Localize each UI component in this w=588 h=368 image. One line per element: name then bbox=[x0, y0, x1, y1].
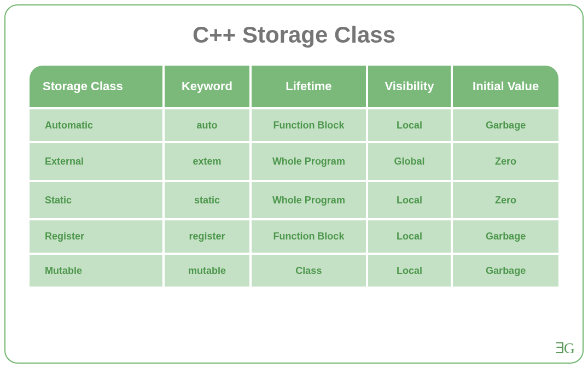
cell-keyword: static bbox=[165, 182, 249, 219]
cell-lifetime: Whole Program bbox=[252, 143, 366, 180]
cell-initial-value: Zero bbox=[453, 182, 558, 219]
table-row: External extem Whole Program Global Zero bbox=[30, 143, 558, 180]
cell-initial-value: Garbage bbox=[453, 255, 558, 287]
cell-keyword: auto bbox=[165, 109, 249, 142]
table-header-row: Storage Class Keyword Lifetime Visibilit… bbox=[30, 66, 558, 107]
cell-storage-class: Automatic bbox=[30, 109, 162, 142]
cell-lifetime: Function Block bbox=[252, 220, 366, 253]
cell-visibility: Local bbox=[368, 220, 451, 253]
table-row: Register register Function Block Local G… bbox=[30, 220, 558, 253]
storage-class-table: Storage Class Keyword Lifetime Visibilit… bbox=[27, 63, 561, 289]
cell-visibility: Local bbox=[368, 109, 451, 142]
cell-lifetime: Class bbox=[252, 255, 366, 287]
header-visibility: Visibility bbox=[368, 66, 451, 107]
table-row: Static static Whole Program Local Zero bbox=[30, 182, 558, 219]
table-row: Automatic auto Function Block Local Garb… bbox=[30, 109, 558, 142]
header-initial-value: Initial Value bbox=[453, 66, 558, 107]
cell-lifetime: Function Block bbox=[252, 109, 366, 142]
cell-lifetime: Whole Program bbox=[252, 182, 366, 219]
header-lifetime: Lifetime bbox=[252, 66, 366, 107]
header-storage-class: Storage Class bbox=[30, 66, 162, 107]
page-title: C++ Storage Class bbox=[27, 22, 561, 48]
cell-initial-value: Garbage bbox=[453, 109, 558, 142]
cell-storage-class: Register bbox=[30, 220, 162, 253]
cell-visibility: Local bbox=[368, 182, 451, 219]
logo-icon: ƎG bbox=[555, 339, 574, 357]
cell-keyword: mutable bbox=[165, 255, 249, 287]
cell-storage-class: External bbox=[30, 143, 162, 180]
cell-initial-value: Garbage bbox=[453, 220, 558, 253]
cell-storage-class: Mutable bbox=[30, 255, 162, 287]
cell-keyword: register bbox=[165, 220, 249, 253]
table-row: Mutable mutable Class Local Garbage bbox=[30, 255, 558, 287]
cell-visibility: Local bbox=[368, 255, 451, 287]
cell-initial-value: Zero bbox=[453, 143, 558, 180]
content-frame: C++ Storage Class Storage Class Keyword … bbox=[4, 4, 584, 364]
cell-keyword: extem bbox=[165, 143, 249, 180]
cell-visibility: Global bbox=[368, 143, 451, 180]
cell-storage-class: Static bbox=[30, 182, 162, 219]
header-keyword: Keyword bbox=[165, 66, 249, 107]
